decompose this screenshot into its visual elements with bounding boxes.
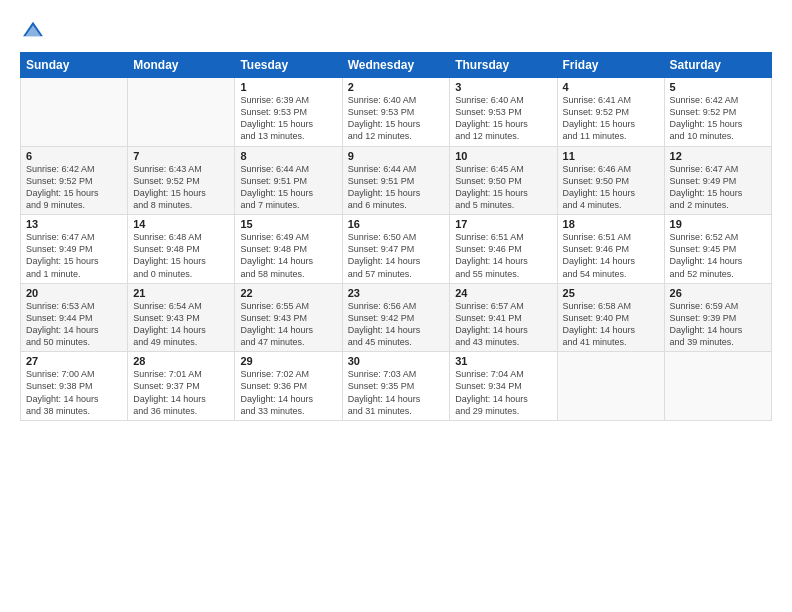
day-number: 4 <box>563 81 659 93</box>
day-info: Sunrise: 7:02 AM Sunset: 9:36 PM Dayligh… <box>240 368 336 417</box>
calendar-week-row: 27Sunrise: 7:00 AM Sunset: 9:38 PM Dayli… <box>21 352 772 421</box>
day-info: Sunrise: 6:51 AM Sunset: 9:46 PM Dayligh… <box>563 231 659 280</box>
calendar-cell <box>21 78 128 147</box>
day-info: Sunrise: 6:52 AM Sunset: 9:45 PM Dayligh… <box>670 231 766 280</box>
day-info: Sunrise: 6:48 AM Sunset: 9:48 PM Dayligh… <box>133 231 229 280</box>
day-number: 14 <box>133 218 229 230</box>
calendar-cell: 13Sunrise: 6:47 AM Sunset: 9:49 PM Dayli… <box>21 215 128 284</box>
day-number: 25 <box>563 287 659 299</box>
day-number: 30 <box>348 355 445 367</box>
day-info: Sunrise: 6:57 AM Sunset: 9:41 PM Dayligh… <box>455 300 551 349</box>
day-number: 31 <box>455 355 551 367</box>
day-number: 23 <box>348 287 445 299</box>
day-number: 3 <box>455 81 551 93</box>
day-info: Sunrise: 6:51 AM Sunset: 9:46 PM Dayligh… <box>455 231 551 280</box>
day-number: 6 <box>26 150 122 162</box>
day-number: 29 <box>240 355 336 367</box>
calendar-cell: 26Sunrise: 6:59 AM Sunset: 9:39 PM Dayli… <box>664 283 771 352</box>
weekday-header: Friday <box>557 53 664 78</box>
day-info: Sunrise: 6:56 AM Sunset: 9:42 PM Dayligh… <box>348 300 445 349</box>
day-number: 5 <box>670 81 766 93</box>
day-info: Sunrise: 6:42 AM Sunset: 9:52 PM Dayligh… <box>26 163 122 212</box>
calendar-cell: 28Sunrise: 7:01 AM Sunset: 9:37 PM Dayli… <box>128 352 235 421</box>
calendar-cell: 23Sunrise: 6:56 AM Sunset: 9:42 PM Dayli… <box>342 283 450 352</box>
calendar-cell: 27Sunrise: 7:00 AM Sunset: 9:38 PM Dayli… <box>21 352 128 421</box>
day-info: Sunrise: 6:44 AM Sunset: 9:51 PM Dayligh… <box>240 163 336 212</box>
calendar-cell: 25Sunrise: 6:58 AM Sunset: 9:40 PM Dayli… <box>557 283 664 352</box>
day-info: Sunrise: 6:44 AM Sunset: 9:51 PM Dayligh… <box>348 163 445 212</box>
weekday-header: Sunday <box>21 53 128 78</box>
day-info: Sunrise: 6:54 AM Sunset: 9:43 PM Dayligh… <box>133 300 229 349</box>
calendar-cell: 2Sunrise: 6:40 AM Sunset: 9:53 PM Daylig… <box>342 78 450 147</box>
calendar-cell: 5Sunrise: 6:42 AM Sunset: 9:52 PM Daylig… <box>664 78 771 147</box>
day-number: 17 <box>455 218 551 230</box>
calendar-cell: 30Sunrise: 7:03 AM Sunset: 9:35 PM Dayli… <box>342 352 450 421</box>
day-number: 12 <box>670 150 766 162</box>
weekday-header: Wednesday <box>342 53 450 78</box>
day-number: 21 <box>133 287 229 299</box>
calendar-week-row: 20Sunrise: 6:53 AM Sunset: 9:44 PM Dayli… <box>21 283 772 352</box>
calendar-week-row: 13Sunrise: 6:47 AM Sunset: 9:49 PM Dayli… <box>21 215 772 284</box>
calendar-cell: 14Sunrise: 6:48 AM Sunset: 9:48 PM Dayli… <box>128 215 235 284</box>
day-info: Sunrise: 7:01 AM Sunset: 9:37 PM Dayligh… <box>133 368 229 417</box>
calendar-cell: 15Sunrise: 6:49 AM Sunset: 9:48 PM Dayli… <box>235 215 342 284</box>
day-info: Sunrise: 6:40 AM Sunset: 9:53 PM Dayligh… <box>455 94 551 143</box>
day-number: 13 <box>26 218 122 230</box>
day-info: Sunrise: 6:59 AM Sunset: 9:39 PM Dayligh… <box>670 300 766 349</box>
calendar-cell: 12Sunrise: 6:47 AM Sunset: 9:49 PM Dayli… <box>664 146 771 215</box>
day-number: 11 <box>563 150 659 162</box>
day-info: Sunrise: 6:55 AM Sunset: 9:43 PM Dayligh… <box>240 300 336 349</box>
calendar-cell <box>664 352 771 421</box>
day-info: Sunrise: 6:43 AM Sunset: 9:52 PM Dayligh… <box>133 163 229 212</box>
calendar-week-row: 1Sunrise: 6:39 AM Sunset: 9:53 PM Daylig… <box>21 78 772 147</box>
day-number: 20 <box>26 287 122 299</box>
logo <box>20 18 48 44</box>
calendar-cell: 9Sunrise: 6:44 AM Sunset: 9:51 PM Daylig… <box>342 146 450 215</box>
calendar-cell: 18Sunrise: 6:51 AM Sunset: 9:46 PM Dayli… <box>557 215 664 284</box>
calendar-cell: 19Sunrise: 6:52 AM Sunset: 9:45 PM Dayli… <box>664 215 771 284</box>
day-number: 15 <box>240 218 336 230</box>
calendar-cell: 17Sunrise: 6:51 AM Sunset: 9:46 PM Dayli… <box>450 215 557 284</box>
day-number: 16 <box>348 218 445 230</box>
calendar-cell: 16Sunrise: 6:50 AM Sunset: 9:47 PM Dayli… <box>342 215 450 284</box>
calendar-cell: 8Sunrise: 6:44 AM Sunset: 9:51 PM Daylig… <box>235 146 342 215</box>
calendar-cell: 31Sunrise: 7:04 AM Sunset: 9:34 PM Dayli… <box>450 352 557 421</box>
day-info: Sunrise: 6:53 AM Sunset: 9:44 PM Dayligh… <box>26 300 122 349</box>
day-info: Sunrise: 6:40 AM Sunset: 9:53 PM Dayligh… <box>348 94 445 143</box>
day-number: 22 <box>240 287 336 299</box>
calendar-cell: 3Sunrise: 6:40 AM Sunset: 9:53 PM Daylig… <box>450 78 557 147</box>
calendar-cell: 22Sunrise: 6:55 AM Sunset: 9:43 PM Dayli… <box>235 283 342 352</box>
day-number: 7 <box>133 150 229 162</box>
day-info: Sunrise: 7:04 AM Sunset: 9:34 PM Dayligh… <box>455 368 551 417</box>
day-number: 9 <box>348 150 445 162</box>
calendar-cell: 7Sunrise: 6:43 AM Sunset: 9:52 PM Daylig… <box>128 146 235 215</box>
weekday-header: Tuesday <box>235 53 342 78</box>
day-info: Sunrise: 6:50 AM Sunset: 9:47 PM Dayligh… <box>348 231 445 280</box>
calendar-week-row: 6Sunrise: 6:42 AM Sunset: 9:52 PM Daylig… <box>21 146 772 215</box>
day-number: 18 <box>563 218 659 230</box>
calendar-cell: 29Sunrise: 7:02 AM Sunset: 9:36 PM Dayli… <box>235 352 342 421</box>
day-number: 26 <box>670 287 766 299</box>
page: SundayMondayTuesdayWednesdayThursdayFrid… <box>0 0 792 612</box>
calendar-cell: 21Sunrise: 6:54 AM Sunset: 9:43 PM Dayli… <box>128 283 235 352</box>
day-number: 24 <box>455 287 551 299</box>
calendar-cell: 4Sunrise: 6:41 AM Sunset: 9:52 PM Daylig… <box>557 78 664 147</box>
calendar-header-row: SundayMondayTuesdayWednesdayThursdayFrid… <box>21 53 772 78</box>
calendar-cell: 24Sunrise: 6:57 AM Sunset: 9:41 PM Dayli… <box>450 283 557 352</box>
weekday-header: Saturday <box>664 53 771 78</box>
weekday-header: Thursday <box>450 53 557 78</box>
day-info: Sunrise: 7:00 AM Sunset: 9:38 PM Dayligh… <box>26 368 122 417</box>
day-info: Sunrise: 7:03 AM Sunset: 9:35 PM Dayligh… <box>348 368 445 417</box>
calendar-cell: 1Sunrise: 6:39 AM Sunset: 9:53 PM Daylig… <box>235 78 342 147</box>
day-number: 10 <box>455 150 551 162</box>
calendar-cell: 20Sunrise: 6:53 AM Sunset: 9:44 PM Dayli… <box>21 283 128 352</box>
calendar-cell: 11Sunrise: 6:46 AM Sunset: 9:50 PM Dayli… <box>557 146 664 215</box>
day-info: Sunrise: 6:39 AM Sunset: 9:53 PM Dayligh… <box>240 94 336 143</box>
day-number: 1 <box>240 81 336 93</box>
day-info: Sunrise: 6:49 AM Sunset: 9:48 PM Dayligh… <box>240 231 336 280</box>
calendar-cell <box>128 78 235 147</box>
calendar-cell: 6Sunrise: 6:42 AM Sunset: 9:52 PM Daylig… <box>21 146 128 215</box>
calendar-cell: 10Sunrise: 6:45 AM Sunset: 9:50 PM Dayli… <box>450 146 557 215</box>
day-number: 2 <box>348 81 445 93</box>
weekday-header: Monday <box>128 53 235 78</box>
